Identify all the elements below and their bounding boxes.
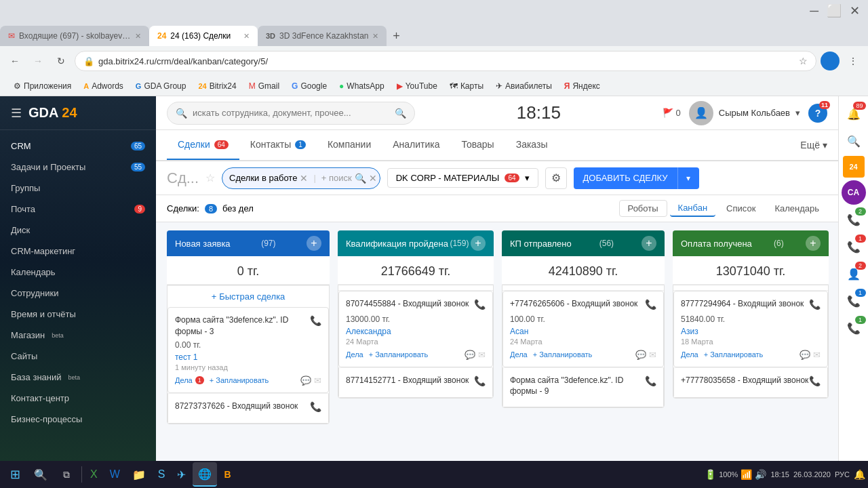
chrome-account-button[interactable]: 👤 — [821, 52, 840, 70]
deal-mail-icon[interactable]: ✉ — [649, 350, 656, 360]
deal-card[interactable]: 87074455884 - Входящий звонок 📞 13000.00… — [338, 291, 493, 367]
deal-card[interactable]: +77476265606 - Входящий звонок 📞 100.00 … — [502, 291, 664, 367]
tab-bitrix[interactable]: 24 24 (163) Сделки ✕ — [149, 26, 258, 46]
forward-button[interactable]: → — [28, 52, 47, 70]
deal-mail-icon[interactable]: ✉ — [813, 350, 821, 360]
deal-card[interactable]: Форма сайта "3defence.kz". ID формы - 3 … — [167, 307, 329, 393]
notification-bell-button[interactable]: 🔔 89 — [842, 102, 866, 126]
sidebar-item-calendar[interactable]: Календарь — [0, 262, 156, 283]
bookmark-maps[interactable]: 🗺 Карты — [444, 79, 489, 94]
sidebar-user-avatar[interactable]: CA — [842, 180, 866, 205]
tab-products[interactable]: Товары — [451, 130, 505, 160]
search-submit-icon[interactable]: 🔍 — [395, 108, 406, 119]
kanban-view-button[interactable]: Канбан — [670, 200, 716, 217]
bookmark-apps[interactable]: ⚙ Приложения — [8, 79, 77, 94]
deal-phone-icon[interactable]: 📞 — [809, 298, 821, 312]
quick-deal-button[interactable]: + Быстрая сделка — [167, 285, 329, 307]
new-tab-button[interactable]: + — [387, 26, 406, 45]
deal-card[interactable]: 87777294964 - Входящий звонок 📞 51840.00… — [673, 291, 828, 367]
deal-schedule[interactable]: + Запланировать — [533, 350, 593, 359]
kanban-star-button[interactable]: ☆ — [205, 171, 215, 184]
bookmark-gda[interactable]: G GDA Group — [130, 79, 192, 94]
tab-contacts[interactable]: Контакты 1 — [239, 130, 317, 160]
tab-deals[interactable]: Сделки 64 — [167, 130, 239, 160]
sidebar-item-mail[interactable]: Почта 9 — [0, 199, 156, 220]
close-button[interactable]: ✕ — [847, 1, 863, 21]
phone-green-button[interactable]: 📞 2 — [842, 207, 866, 232]
deal-card[interactable]: Форма сайта "3defence.kz". ID формы - 9 … — [502, 367, 664, 408]
bookmark-gmail[interactable]: M Gmail — [243, 79, 285, 94]
deal-phone-icon[interactable]: 📞 — [809, 375, 821, 388]
tab-3dfence-close[interactable]: ✕ — [372, 32, 378, 41]
deal-action[interactable]: Дела — [510, 350, 528, 359]
sidebar-item-tasks[interactable]: Задачи и Проекты 55 — [0, 157, 156, 178]
sidebar-item-groups[interactable]: Группы — [0, 178, 156, 199]
deal-chat-icon[interactable]: 💬 — [635, 350, 646, 360]
chrome-settings-button[interactable]: ⋮ — [844, 52, 863, 70]
deal-schedule[interactable]: + Запланировать — [704, 350, 764, 359]
deal-person[interactable]: Азиз — [681, 327, 821, 336]
sidebar-search-button[interactable]: 🔍 — [842, 129, 866, 153]
tab-gmail[interactable]: ✉ Входящие (697) - skolbayev7@... ✕ — [0, 26, 149, 46]
help-button[interactable]: ? 11 — [808, 104, 827, 123]
col-add-kp[interactable]: + — [642, 236, 656, 251]
tab-orders[interactable]: Заказы — [505, 130, 559, 160]
filter-clear-button[interactable]: ✕ — [369, 173, 377, 184]
deal-phone-icon[interactable]: 📞 — [645, 298, 656, 312]
maximize-button[interactable]: ⬜ — [824, 1, 844, 21]
deal-action[interactable]: Дела 1 — [175, 376, 204, 384]
deal-chat-icon[interactable]: 💬 — [800, 350, 810, 360]
taskbar-files[interactable]: 📁 — [127, 462, 151, 487]
user-name[interactable]: Сырым Кольбаев — [719, 108, 790, 118]
sidebar-item-shop[interactable]: Магазин beta — [0, 325, 156, 346]
start-button[interactable]: ⊞ — [3, 462, 27, 487]
kanban-settings-button[interactable]: ⚙ — [545, 167, 567, 189]
bookmark-google[interactable]: G Google — [286, 79, 332, 94]
deal-card[interactable]: +77778035658 - Входящий звонок 📞 — [673, 367, 828, 399]
deal-phone-icon[interactable]: 📞 — [474, 375, 486, 388]
tab-gmail-close[interactable]: ✕ — [135, 32, 141, 41]
deal-phone-icon[interactable]: 📞 — [645, 375, 656, 388]
filter-search-icon[interactable]: 🔍 — [355, 173, 366, 184]
col-add-paid[interactable]: + — [806, 236, 821, 251]
filter-chip-close[interactable]: ✕ — [300, 173, 308, 184]
deal-chat-icon[interactable]: 💬 — [300, 375, 311, 386]
user-dropdown-icon[interactable]: ▾ — [795, 108, 800, 118]
pipeline-selector[interactable]: DK CORP - МАТЕРИАЛЫ 64 ▾ — [387, 168, 538, 188]
more-tabs-button[interactable]: Ещё ▾ — [800, 140, 827, 150]
sidebar-item-time[interactable]: Время и отчёты — [0, 304, 156, 325]
search-input[interactable] — [193, 108, 389, 118]
deal-phone-icon[interactable]: 📞 — [310, 314, 321, 328]
bookmark-avia[interactable]: ✈ Авиабилеты — [490, 79, 557, 94]
col-add-new[interactable]: + — [307, 236, 321, 251]
deal-phone-icon[interactable]: 📞 — [310, 401, 321, 414]
notifications-icon[interactable]: 🔔 — [854, 469, 865, 480]
star-bookmark-icon[interactable]: ☆ — [799, 56, 808, 66]
person-add-button[interactable]: 👤 2 — [842, 262, 866, 286]
sidebar-item-sites[interactable]: Сайты — [0, 346, 156, 367]
tab-bitrix-close[interactable]: ✕ — [243, 32, 250, 41]
back-button[interactable]: ← — [5, 52, 24, 70]
bookmark-youtube[interactable]: ▶ YouTube — [391, 79, 443, 94]
taskbar-word[interactable]: W — [104, 462, 125, 487]
taskbar-skype[interactable]: S — [153, 462, 171, 487]
deal-schedule[interactable]: + Запланировать — [369, 350, 429, 359]
deal-person[interactable]: Александра — [346, 327, 486, 336]
bookmark-adwords[interactable]: A Adwords — [78, 79, 129, 94]
taskbar-bitrix-app[interactable]: B — [218, 462, 236, 487]
phone-red-button[interactable]: 📞 1 — [842, 235, 866, 259]
tab-analytics[interactable]: Аналитика — [382, 130, 450, 160]
sidebar-item-crm[interactable]: CRM 65 — [0, 136, 156, 157]
tab-companies[interactable]: Компании — [317, 130, 382, 160]
bitrix24-icon[interactable]: 24 — [843, 156, 865, 178]
phone-blue-button[interactable]: 📞 1 — [842, 289, 866, 313]
sidebar-item-crm-marketing[interactable]: CRM-маркетинг — [0, 241, 156, 262]
bookmark-yandex[interactable]: Я Яндекс — [559, 79, 606, 94]
filter-add-button[interactable]: + поиск — [321, 173, 352, 183]
add-deal-dropdown-icon[interactable]: ▾ — [677, 167, 699, 189]
add-deal-button[interactable]: ДОБАВИТЬ СДЕЛКУ ▾ — [574, 167, 699, 189]
deal-schedule[interactable]: + Запланировать — [210, 376, 269, 384]
address-bar[interactable]: 🔒 gda.bitrix24.ru/crm/deal/kanban/catego… — [75, 51, 816, 71]
sidebar-item-contact-center[interactable]: Контакт-центр — [0, 388, 156, 409]
refresh-button[interactable]: ↻ — [52, 52, 71, 70]
